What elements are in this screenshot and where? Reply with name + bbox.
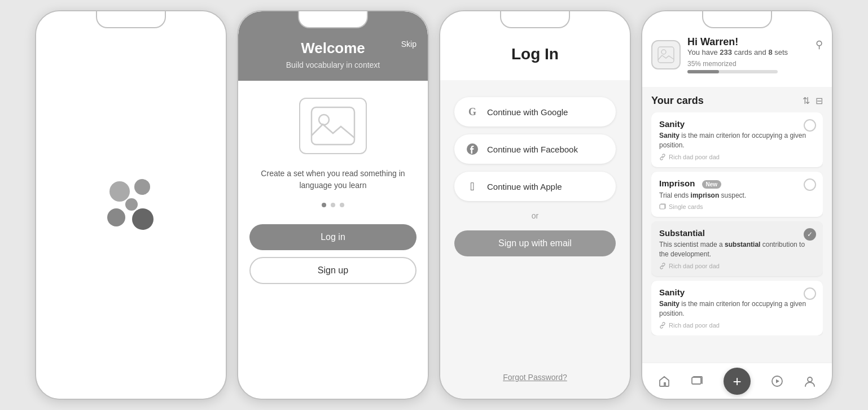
or-divider: or — [454, 209, 616, 223]
facebook-button-label: Continue with Facebook — [487, 145, 578, 154]
link-icon — [659, 322, 666, 329]
bottom-nav: + — [642, 363, 832, 399]
nav-home[interactable] — [658, 375, 670, 387]
search-icon[interactable]: ⚲ — [816, 38, 823, 51]
login-header: Log In — [440, 11, 630, 80]
card-word: Sanity — [659, 287, 815, 297]
logo-blob-br — [132, 208, 154, 230]
filter-icon[interactable]: ⊟ — [816, 95, 823, 106]
card-source: Rich dad poor dad — [659, 263, 815, 269]
card-desc: Trial ends imprison suspect. — [659, 191, 815, 200]
link-icon — [659, 263, 666, 269]
cards-screen: ⚲ Hi Warren! You have 233 cards and 8 se… — [642, 11, 832, 399]
card-item[interactable]: Sanity Sanity is the main criterion for … — [651, 112, 823, 167]
card-item[interactable]: Sanity Sanity is the main criterion for … — [651, 281, 823, 335]
nav-profile[interactable] — [804, 375, 816, 387]
card-checkbox[interactable] — [804, 178, 816, 191]
image-placeholder-svg — [310, 106, 356, 146]
nav-play[interactable] — [771, 375, 783, 387]
svg-rect-6 — [692, 377, 701, 384]
svg-point-8 — [808, 377, 812, 382]
skip-button[interactable]: Skip — [401, 40, 417, 49]
svg-rect-3 — [658, 47, 674, 63]
cards-icon — [659, 203, 666, 210]
google-icon: G — [466, 105, 479, 119]
card-source: Single cards — [659, 203, 815, 210]
phone-login: Log In G Continue with Google Continue w… — [439, 10, 631, 400]
facebook-icon — [466, 142, 479, 156]
google-login-button[interactable]: G Continue with Google — [454, 97, 616, 127]
app-logo — [103, 177, 159, 233]
welcome-title: Welcome — [249, 40, 417, 57]
card-checkbox[interactable] — [804, 119, 816, 132]
dot-2 — [331, 203, 335, 207]
logo-blob-bl — [107, 208, 125, 226]
login-body: G Continue with Google Continue with Fac… — [440, 80, 630, 399]
card-desc: Sanity is the main criterion for occupyi… — [659, 131, 815, 150]
login-button[interactable]: Log in — [249, 224, 417, 250]
nav-flashcards[interactable] — [691, 375, 703, 387]
phone-splash — [35, 10, 227, 400]
logo-blob-center — [125, 198, 138, 211]
progress-label: 35% memorized — [687, 60, 788, 68]
card-desc: Sanity is the main criterion for occupyi… — [659, 299, 815, 319]
phone-cards: ⚲ Hi Warren! You have 233 cards and 8 se… — [641, 10, 833, 400]
welcome-subtitle: Build vocabulary in context — [249, 60, 417, 69]
cards-section: Your cards ⇅ ⊟ Sanity Sanity is the main… — [642, 87, 832, 340]
cards-list: Sanity Sanity is the main criterion for … — [651, 112, 823, 335]
cards-header: ⚲ Hi Warren! You have 233 cards and 8 se… — [642, 11, 832, 87]
svg-point-1 — [319, 115, 329, 125]
onboarding-image — [299, 98, 367, 154]
logo-blob-tr — [134, 179, 150, 195]
dot-3 — [340, 203, 344, 207]
card-word: Imprison New — [659, 178, 815, 189]
email-signup-button[interactable]: Sign up with email — [454, 230, 616, 256]
svg-point-4 — [661, 50, 666, 54]
card-checkbox[interactable] — [804, 228, 816, 241]
new-badge: New — [702, 180, 722, 189]
card-source: Rich dad poor dad — [659, 322, 815, 329]
onboarding-description: Create a set when you read something in … — [249, 168, 417, 191]
cards-nav-icon — [691, 375, 703, 387]
login-title: Log In — [451, 45, 619, 63]
welcome-body: Create a set when you read something in … — [238, 81, 428, 399]
header-icons: ⇅ ⊟ — [803, 95, 823, 106]
card-checkbox[interactable] — [804, 287, 816, 300]
profile-icon — [804, 375, 816, 387]
section-title: Your cards — [651, 95, 704, 107]
apple-login-button[interactable]:  Continue with Apple — [454, 172, 616, 201]
user-info: Hi Warren! You have 233 cards and 8 sets… — [651, 36, 823, 73]
svg-rect-0 — [312, 107, 354, 145]
link-icon — [659, 154, 666, 160]
card-item[interactable]: Substantial This scientist made a substa… — [651, 221, 823, 276]
card-desc: This scientist made a substantial contri… — [659, 240, 815, 259]
google-button-label: Continue with Google — [487, 107, 568, 117]
apple-button-label: Continue with Apple — [487, 182, 562, 191]
apple-icon:  — [466, 180, 479, 193]
card-word: Sanity — [659, 119, 815, 129]
pagination-dots — [322, 203, 344, 207]
card-item[interactable]: Imprison New Trial ends imprison suspect… — [651, 172, 823, 217]
add-fab-button[interactable]: + — [724, 368, 751, 395]
login-screen: Log In G Continue with Google Continue w… — [440, 11, 630, 399]
plus-icon: + — [733, 374, 741, 389]
user-greeting: Hi Warren! — [687, 36, 788, 48]
welcome-screen: Skip Welcome Build vocabulary in context… — [238, 11, 428, 399]
avatar — [651, 40, 681, 69]
svg-rect-5 — [660, 204, 665, 209]
progress-bar-fill — [687, 70, 719, 73]
progress-bar-bg — [687, 70, 778, 73]
logo-blob-tl — [109, 181, 130, 202]
forgot-password-button[interactable]: Forgot Password? — [454, 361, 616, 382]
sort-icon[interactable]: ⇅ — [803, 95, 810, 106]
avatar-svg — [657, 46, 674, 63]
signup-button[interactable]: Sign up — [249, 257, 417, 284]
card-word: Substantial — [659, 228, 815, 238]
dot-1 — [322, 203, 326, 207]
facebook-login-button[interactable]: Continue with Facebook — [454, 134, 616, 164]
user-text-block: Hi Warren! You have 233 cards and 8 sets… — [687, 36, 788, 73]
splash-screen — [36, 11, 226, 399]
welcome-header: Skip Welcome Build vocabulary in context — [238, 11, 428, 81]
play-icon — [771, 375, 783, 387]
home-icon — [658, 375, 670, 387]
